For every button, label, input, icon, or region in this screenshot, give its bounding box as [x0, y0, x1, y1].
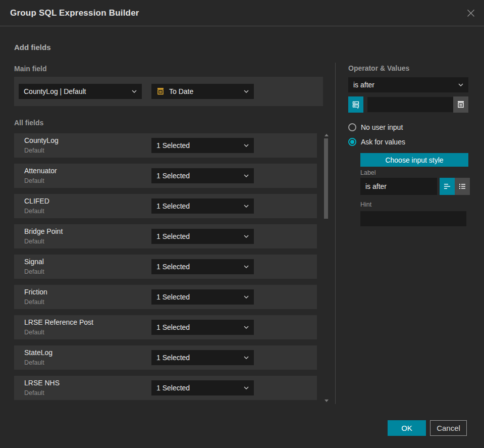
group-sql-expression-builder-dialog: Group SQL Expression Builder Add fields … — [0, 0, 484, 448]
field-values-select-value: 1 Selected — [156, 141, 241, 150]
radio-ask-for-values[interactable]: Ask for values — [348, 138, 405, 146]
main-field-panel: CountyLog | Default To Date — [14, 77, 323, 106]
main-field-select-value: CountyLog | Default — [24, 87, 129, 95]
value-date-input[interactable] — [367, 97, 453, 112]
field-values-select[interactable]: 1 Selected — [151, 289, 254, 305]
field-row: Attenuator Default 1 Selected — [14, 164, 317, 188]
chevron-down-icon — [244, 235, 249, 238]
chevron-down-icon — [244, 174, 249, 177]
chevron-down-icon — [458, 83, 463, 86]
close-button[interactable] — [466, 9, 475, 18]
close-icon — [467, 9, 475, 17]
cancel-button[interactable]: Cancel — [430, 420, 467, 436]
chevron-down-icon — [244, 326, 249, 329]
radio-icon — [348, 123, 356, 131]
field-subtitle: Default — [24, 147, 44, 154]
field-values-select[interactable]: 1 Selected — [151, 198, 254, 214]
date-part-select-value: To Date — [169, 87, 241, 95]
hint-caption: Hint — [360, 201, 371, 208]
calendar-icon — [457, 101, 465, 109]
scroll-down-icon[interactable] — [325, 400, 329, 402]
field-values-select-value: 1 Selected — [156, 232, 241, 240]
stacked-values-icon — [352, 101, 360, 109]
textbox-style-button[interactable] — [440, 178, 455, 195]
field-name: Friction — [24, 288, 47, 296]
field-values-select-value: 1 Selected — [156, 263, 241, 271]
radio-label: Ask for values — [361, 138, 405, 146]
field-name: LRSE Reference Post — [24, 318, 93, 326]
field-subtitle: Default — [24, 329, 44, 336]
main-field-select[interactable]: CountyLog | Default — [19, 84, 142, 99]
align-left-icon — [443, 182, 451, 190]
field-values-select-value: 1 Selected — [156, 202, 241, 210]
choose-input-style-button[interactable]: Choose input style — [360, 153, 468, 167]
date-picker-button[interactable] — [453, 96, 468, 113]
operator-select-value: is after — [353, 81, 455, 89]
field-name: Bridge Point — [24, 227, 63, 235]
field-subtitle: Default — [24, 177, 44, 184]
field-subtitle: Default — [24, 268, 44, 275]
chevron-down-icon — [244, 90, 249, 93]
value-type-button[interactable] — [348, 96, 363, 113]
field-row: Signal Default 1 Selected — [14, 255, 317, 279]
field-subtitle: Default — [24, 298, 44, 306]
chevron-down-icon — [244, 205, 249, 208]
field-row: StateLog Default 1 Selected — [14, 345, 317, 370]
field-name: Signal — [24, 258, 44, 266]
label-input[interactable] — [360, 178, 437, 195]
chevron-down-icon — [244, 144, 249, 147]
field-name: LRSE NHS — [24, 379, 60, 387]
radio-icon — [348, 138, 356, 146]
field-values-select-value: 1 Selected — [156, 354, 241, 362]
list-style-button[interactable] — [455, 178, 470, 195]
field-row: LRSE Reference Post Default 1 Selected — [14, 315, 317, 339]
field-name: StateLog — [24, 349, 52, 357]
operator-select[interactable]: is after — [348, 77, 468, 92]
field-values-select[interactable]: 1 Selected — [151, 229, 254, 244]
date-part-select[interactable]: To Date — [151, 84, 254, 99]
radio-no-user-input[interactable]: No user input — [348, 123, 403, 131]
all-fields-list: CountyLog Default 1 Selected Attenuator … — [14, 133, 317, 406]
field-values-select[interactable]: 1 Selected — [151, 168, 254, 183]
label-caption: Label — [360, 169, 376, 176]
dialog-title: Group SQL Expression Builder — [10, 0, 139, 26]
field-name: Attenuator — [24, 167, 57, 175]
dialog-titlebar: Group SQL Expression Builder — [0, 0, 484, 26]
field-values-select-value: 1 Selected — [156, 293, 241, 301]
chevron-down-icon — [244, 295, 249, 298]
field-values-select[interactable]: 1 Selected — [151, 259, 254, 274]
main-field-heading: Main field — [14, 65, 47, 73]
field-name: CLIFED — [24, 197, 49, 205]
bullet-list-icon — [458, 182, 466, 190]
field-name: CountyLog — [24, 136, 59, 144]
chevron-down-icon — [244, 265, 249, 268]
field-values-select-value: 1 Selected — [156, 384, 241, 392]
field-values-select-value: 1 Selected — [156, 172, 241, 180]
chevron-down-icon — [132, 90, 137, 93]
operator-values-heading: Operator & Values — [348, 64, 409, 72]
chevron-down-icon — [244, 386, 249, 389]
field-subtitle: Default — [24, 238, 44, 245]
field-values-select[interactable]: 1 Selected — [151, 350, 254, 365]
field-subtitle: Default — [24, 359, 44, 366]
all-fields-heading: All fields — [14, 119, 43, 127]
field-values-select[interactable]: 1 Selected — [151, 380, 254, 395]
ok-button[interactable]: OK — [388, 420, 426, 436]
hint-input[interactable] — [360, 211, 466, 226]
field-subtitle: Default — [24, 208, 44, 215]
field-row: Friction Default 1 Selected — [14, 285, 317, 309]
chevron-down-icon — [244, 356, 249, 359]
calendar-icon — [156, 87, 165, 95]
scroll-up-icon[interactable] — [325, 134, 329, 136]
field-row: LRSE NHS Default 1 Selected — [14, 376, 317, 400]
field-row: Bridge Point Default 1 Selected — [14, 224, 317, 248]
add-fields-heading: Add fields — [14, 43, 51, 52]
field-subtitle: Default — [24, 389, 44, 396]
field-values-select[interactable]: 1 Selected — [151, 138, 254, 153]
field-row: CountyLog Default 1 Selected — [14, 133, 317, 158]
panel-divider — [335, 63, 336, 404]
radio-label: No user input — [361, 123, 403, 131]
field-values-select-value: 1 Selected — [156, 323, 241, 331]
field-values-select[interactable]: 1 Selected — [151, 320, 254, 335]
list-scrollbar-thumb[interactable] — [324, 138, 328, 219]
